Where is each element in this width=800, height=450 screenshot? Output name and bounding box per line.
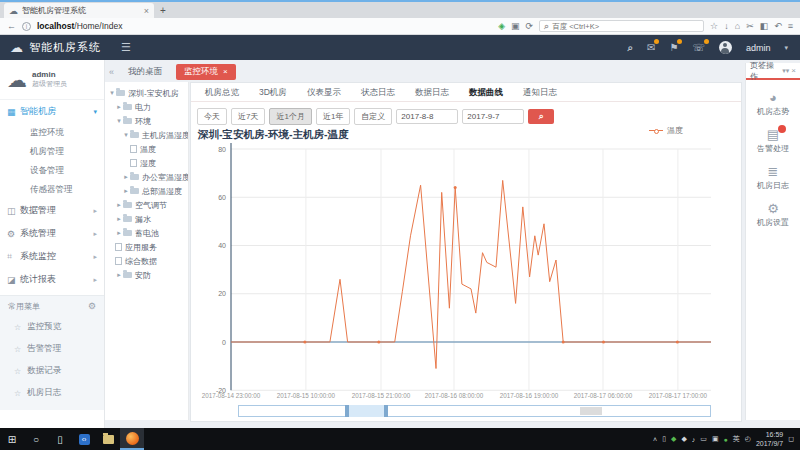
ime-indicator[interactable]: 英	[733, 434, 740, 444]
right-item-room-settings[interactable]: 机房设置	[746, 202, 800, 228]
tab-3d-room[interactable]: 3D机房	[249, 83, 297, 101]
browser-search-input[interactable]	[552, 22, 672, 31]
tree-node-hq-th[interactable]: 总部温湿度	[107, 184, 188, 198]
sidebar-item-system-monitor[interactable]: 系统监控	[0, 245, 104, 268]
phone-icon[interactable]	[692, 42, 705, 53]
site-info-icon[interactable]: i	[22, 22, 31, 31]
close-icon[interactable]	[223, 67, 228, 76]
tree-node-leak[interactable]: 漏水	[107, 212, 188, 226]
refresh-icon[interactable]	[526, 21, 534, 31]
chevron-right-icon[interactable]	[122, 187, 130, 195]
tree-node-comp-data[interactable]: 综合数据	[107, 254, 188, 268]
search-button[interactable]	[528, 109, 554, 124]
sidebar-subitem-sensor-mgmt[interactable]: 传感器管理	[0, 180, 104, 199]
range-1month-button[interactable]: 近1个月	[269, 108, 311, 125]
tree-node-office-th[interactable]: 办公室温湿度	[107, 170, 188, 184]
quick-item-room-log[interactable]: 机房日志	[0, 382, 104, 404]
date-to-input[interactable]	[462, 109, 524, 124]
search-icon[interactable]	[627, 42, 633, 54]
sidebar-item-system-mgmt[interactable]: 系统管理	[0, 222, 104, 245]
workspace-tab-desktop[interactable]: 我的桌面	[120, 64, 170, 80]
datazoom-thumb[interactable]	[580, 407, 601, 415]
tree-node-root[interactable]: 深圳-宝安机房	[107, 86, 188, 100]
chevron-right-icon[interactable]	[115, 229, 123, 237]
tab-data-log[interactable]: 数据日志	[405, 83, 459, 101]
chevron-right-icon[interactable]	[115, 271, 123, 279]
tree-node-battery[interactable]: 蓄电池	[107, 226, 188, 240]
tab-gauge-display[interactable]: 仪表显示	[297, 83, 351, 101]
avatar[interactable]	[719, 41, 732, 54]
bookmark-icon[interactable]	[710, 21, 718, 31]
workspace-tab-monitor-env[interactable]: 监控环境	[176, 64, 236, 80]
tree-node-security[interactable]: 安防	[107, 268, 188, 282]
chat-icon[interactable]	[760, 21, 769, 31]
quick-item-alarm-mgmt[interactable]: 告警管理	[0, 338, 104, 360]
close-icon[interactable]	[144, 6, 149, 16]
menu-icon[interactable]	[788, 21, 793, 31]
tab-data-curve[interactable]: 数据曲线	[459, 83, 513, 101]
chevron-down-icon[interactable]	[108, 89, 116, 97]
hamburger-icon[interactable]	[121, 41, 131, 54]
screenshot-icon[interactable]	[511, 21, 520, 31]
gear-icon[interactable]	[88, 301, 96, 311]
tree-node-environment[interactable]: 环境	[107, 114, 188, 128]
tab-room-overview[interactable]: 机房总览	[195, 83, 249, 101]
tree-node-mainroom-th[interactable]: 主机房温湿度	[107, 128, 188, 142]
username[interactable]: admin	[746, 43, 771, 53]
tray-expand-icon[interactable]: ˄	[653, 436, 657, 443]
explorer-app-icon[interactable]	[96, 428, 120, 450]
download-icon[interactable]	[724, 21, 729, 31]
chevron-right-icon[interactable]	[115, 215, 123, 223]
browser-search-box[interactable]	[539, 20, 704, 32]
sidebar-subitem-device-mgmt[interactable]: 设备管理	[0, 161, 104, 180]
chart-legend[interactable]: 温度	[649, 125, 683, 136]
right-item-room-status[interactable]: 机房态势	[746, 91, 800, 117]
tab-status-log[interactable]: 状态日志	[351, 83, 405, 101]
home-icon[interactable]	[735, 21, 740, 31]
date-from-input[interactable]	[396, 109, 458, 124]
notification-center-icon[interactable]: ◻	[788, 435, 794, 443]
taskbar-clock[interactable]: 16:59 2017/9/7	[756, 430, 783, 449]
sidebar-subitem-room-mgmt[interactable]: 机房管理	[0, 142, 104, 161]
sidebar-item-report[interactable]: 统计报表	[0, 268, 104, 291]
quick-item-data-record[interactable]: 数据记录	[0, 360, 104, 382]
chevron-down-icon[interactable]	[122, 131, 130, 139]
chevron-right-icon[interactable]	[122, 173, 130, 181]
sidebar-item-data-mgmt[interactable]: 数据管理	[0, 199, 104, 222]
datazoom-slider[interactable]	[238, 405, 711, 417]
tab-notify-log[interactable]: 通知日志	[513, 83, 567, 101]
tree-node-air[interactable]: 空气调节	[107, 198, 188, 212]
range-today-button[interactable]: 今天	[197, 108, 227, 125]
chevron-right-icon[interactable]	[115, 201, 123, 209]
new-tab-button[interactable]	[154, 5, 172, 18]
sidebar-item-smart-room[interactable]: 智能机房	[0, 100, 104, 123]
chevron-down-icon[interactable]: ▾	[782, 67, 789, 75]
close-icon[interactable]	[791, 66, 796, 75]
right-item-alarm-handle[interactable]: 告警处理	[746, 128, 800, 154]
tree-node-power[interactable]: 电力	[107, 100, 188, 114]
shield-icon[interactable]: ◈	[498, 21, 505, 31]
clip-icon[interactable]	[746, 21, 754, 31]
sidebar-subitem-monitor-env[interactable]: 监控环境	[0, 123, 104, 142]
right-item-room-log[interactable]: 机房日志	[746, 165, 800, 191]
chevron-down-icon[interactable]	[115, 117, 123, 125]
datazoom-window[interactable]	[345, 405, 389, 417]
tree-node-humidity[interactable]: 湿度	[107, 156, 188, 170]
flag-icon[interactable]	[669, 42, 678, 53]
start-icon[interactable]	[0, 434, 24, 445]
range-7days-button[interactable]: 近7天	[231, 108, 265, 125]
cortana-icon[interactable]	[24, 434, 48, 445]
range-1year-button[interactable]: 近1年	[316, 108, 350, 125]
tree-node-temperature[interactable]: 温度	[107, 142, 188, 156]
taskview-icon[interactable]	[48, 434, 72, 445]
mail-icon[interactable]	[647, 42, 655, 53]
chevron-right-icon[interactable]	[115, 103, 123, 111]
url-bar[interactable]: localhost/Home/Index	[37, 21, 187, 31]
browser-tab[interactable]: 智能机房管理系统	[4, 3, 154, 18]
quick-item-monitor-preview[interactable]: 监控预览	[0, 316, 104, 338]
range-custom-button[interactable]: 自定义	[354, 108, 392, 125]
tray-volume-icon[interactable]: ♪	[692, 436, 696, 443]
tree-node-app-service[interactable]: 应用服务	[107, 240, 188, 254]
undo-icon[interactable]	[774, 21, 782, 31]
firefox-app-icon[interactable]	[120, 428, 144, 450]
